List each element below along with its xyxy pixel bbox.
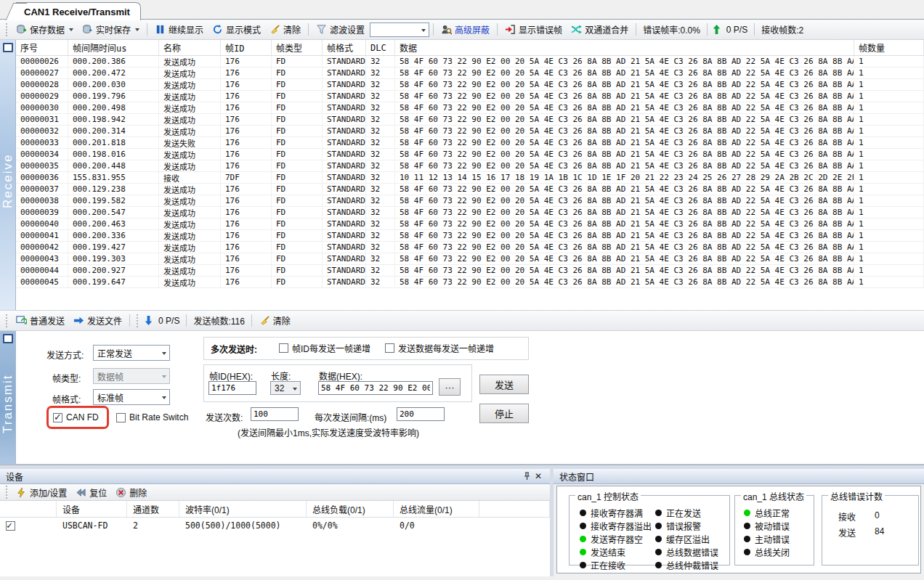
clear-button[interactable]: 清除 bbox=[266, 21, 304, 38]
id-increment-checkbox-box[interactable] bbox=[279, 343, 288, 353]
save-data-dropdown-arrow[interactable] bbox=[69, 28, 73, 31]
cell-frame-id: 176 bbox=[221, 68, 272, 78]
data-more-button[interactable]: ··· bbox=[439, 378, 461, 396]
add-settings-button[interactable]: 添加/设置 bbox=[12, 484, 70, 501]
table-row[interactable]: 00000036 155.831.955 接收 7DF FD STANDARD … bbox=[16, 172, 924, 184]
device-column-baud[interactable]: 波特率(0/1) bbox=[179, 501, 307, 517]
can-fd-checkbox-box[interactable] bbox=[53, 413, 62, 422]
transmit-side-tab[interactable]: Transmit bbox=[0, 331, 16, 464]
table-row[interactable]: 00000029 000.199.796 发送成功 176 FD STANDAR… bbox=[16, 91, 924, 102]
dual-channel-merge-button[interactable]: 双通道合并 bbox=[567, 21, 632, 38]
send-count-input[interactable] bbox=[251, 407, 299, 421]
table-row[interactable]: 00000038 000.199.582 发送成功 176 FD STANDAR… bbox=[16, 195, 924, 207]
pin-icon[interactable] bbox=[521, 471, 532, 481]
status-indicator-label: 主动错误 bbox=[755, 533, 790, 545]
column-header-frame-id[interactable]: 帧ID bbox=[221, 40, 272, 55]
receive-collapse-button[interactable] bbox=[3, 43, 13, 52]
send-file-button[interactable]: 发送文件 bbox=[70, 312, 126, 329]
table-row[interactable]: 00000039 000.200.547 发送成功 176 FD STANDAR… bbox=[16, 207, 924, 218]
advanced-mask-button[interactable]: 高级屏蔽 bbox=[437, 21, 493, 38]
cell-dlc: 32 bbox=[366, 172, 395, 183]
frame-id-input[interactable] bbox=[208, 381, 256, 395]
column-header-name[interactable]: 名称 bbox=[159, 40, 221, 55]
tab-can1-receive-transmit[interactable]: CAN1 Receive/Transmit bbox=[16, 2, 141, 20]
realtime-save-button[interactable]: 实时保存 bbox=[78, 21, 143, 38]
control-status-title: can_1 控制状态 bbox=[575, 490, 641, 502]
table-row[interactable]: 00000041 000.200.336 发送成功 176 FD STANDAR… bbox=[16, 230, 924, 242]
continue-display-button[interactable]: 继续显示 bbox=[151, 21, 207, 38]
table-row[interactable]: 00000042 000.199.427 发送成功 176 FD STANDAR… bbox=[16, 242, 924, 253]
can-fd-checkbox[interactable]: CAN FD bbox=[53, 412, 99, 422]
device-column-channels[interactable]: 通道数 bbox=[127, 501, 179, 517]
cell-index: 00000043 bbox=[16, 253, 68, 264]
data-increment-checkbox[interactable]: 发送数据每发送一帧递增 bbox=[385, 342, 494, 354]
filter-combobox[interactable] bbox=[370, 23, 429, 37]
device-column-flow[interactable]: 总线流量(0/1) bbox=[394, 501, 479, 517]
toolbar-grip[interactable] bbox=[136, 314, 139, 327]
frame-type-value: 数据帧 bbox=[97, 370, 123, 383]
table-row[interactable]: 00000027 000.200.472 发送成功 176 FD STANDAR… bbox=[16, 68, 924, 79]
can-fd-label: CAN FD bbox=[66, 412, 99, 422]
transmit-area: Transmit 发送方式: 正常发送 帧类型: 数据帧 帧格式: 标准帧 CA… bbox=[0, 331, 924, 465]
column-header-frame-count[interactable]: 帧数量 bbox=[854, 40, 924, 55]
table-row[interactable]: 00000033 000.201.818 发送失败 176 FD STANDAR… bbox=[16, 137, 924, 149]
cell-frame-id: 7DF bbox=[221, 172, 272, 183]
table-row[interactable]: 00000045 000.199.647 发送成功 176 FD STANDAR… bbox=[16, 277, 924, 288]
cell-frame-count: 1 bbox=[854, 56, 924, 67]
toolbar-grip[interactable] bbox=[5, 486, 9, 499]
device-column-load[interactable]: 总线负载(0/1) bbox=[307, 501, 394, 517]
column-header-dlc[interactable]: DLC bbox=[366, 40, 395, 55]
column-header-data[interactable]: 数据 bbox=[395, 40, 854, 55]
device-column-device[interactable]: 设备 bbox=[57, 501, 127, 517]
device-row[interactable]: USBCAN-FD 2 500(500)/1000(5000) 0%/0% 0/… bbox=[0, 518, 550, 534]
transmit-collapse-button[interactable] bbox=[3, 334, 13, 343]
send-button[interactable]: 发送 bbox=[479, 375, 529, 394]
table-row[interactable]: 00000028 000.200.030 发送成功 176 FD STANDAR… bbox=[16, 79, 924, 91]
receive-side-tab[interactable]: Receive bbox=[0, 40, 16, 310]
data-increment-checkbox-box[interactable] bbox=[385, 343, 394, 353]
status-indicator: 主动错误 bbox=[744, 532, 790, 545]
table-row[interactable]: 00000035 000.200.448 发送成功 176 FD STANDAR… bbox=[16, 160, 924, 172]
column-header-frame-type[interactable]: 帧类型 bbox=[272, 40, 323, 55]
stop-button[interactable]: 停止 bbox=[479, 404, 529, 423]
table-row[interactable]: 00000030 000.200.498 发送成功 176 FD STANDAR… bbox=[16, 102, 924, 114]
filter-settings-button[interactable]: 滤波设置 bbox=[312, 21, 368, 38]
realtime-save-dropdown-arrow[interactable] bbox=[135, 28, 139, 31]
device-panel: 设备 ✕ 添加/设置 复位 删除 bbox=[0, 469, 550, 576]
table-row[interactable]: 00000044 000.200.927 发送成功 176 FD STANDAR… bbox=[16, 265, 924, 277]
normal-send-button[interactable]: 普通发送 bbox=[12, 312, 68, 329]
separator bbox=[636, 23, 636, 36]
column-header-frame-format[interactable]: 帧格式 bbox=[323, 40, 366, 55]
table-row[interactable]: 00000037 000.129.238 发送成功 176 FD STANDAR… bbox=[16, 184, 924, 195]
toolbar-grip[interactable] bbox=[5, 23, 9, 36]
table-row[interactable]: 00000032 000.200.314 发送成功 176 FD STANDAR… bbox=[16, 126, 924, 137]
status-indicator-label: 发送寄存器空 bbox=[591, 533, 643, 545]
device-column-filler bbox=[479, 501, 550, 517]
data-hex-input[interactable] bbox=[318, 381, 433, 395]
column-header-index[interactable]: 序号 bbox=[16, 40, 68, 55]
delete-button[interactable]: 删除 bbox=[112, 484, 150, 501]
display-mode-button[interactable]: 显示模式 bbox=[208, 21, 264, 38]
column-header-interval[interactable]: 帧间隔时间us bbox=[68, 40, 159, 55]
bit-rate-switch-checkbox-box[interactable] bbox=[116, 413, 126, 422]
bit-rate-switch-checkbox[interactable]: Bit Rate Switch bbox=[116, 412, 188, 422]
table-row[interactable]: 00000043 000.199.303 发送成功 176 FD STANDAR… bbox=[16, 253, 924, 265]
interval-input[interactable] bbox=[397, 407, 445, 421]
toolbar-grip[interactable] bbox=[5, 314, 9, 327]
table-row[interactable]: 00000031 000.198.942 发送成功 176 FD STANDAR… bbox=[16, 114, 924, 126]
table-row[interactable]: 00000026 000.200.386 发送成功 176 FD STANDAR… bbox=[16, 56, 924, 68]
close-icon[interactable]: ✕ bbox=[532, 471, 544, 481]
show-error-frames-button[interactable]: 显示错误帧 bbox=[501, 21, 566, 38]
device-checkbox[interactable] bbox=[6, 521, 15, 531]
show-error-frames-label: 显示错误帧 bbox=[519, 23, 562, 36]
reset-button[interactable]: 复位 bbox=[72, 484, 110, 501]
table-row[interactable]: 00000034 000.198.016 发送成功 176 FD STANDAR… bbox=[16, 149, 924, 160]
id-increment-checkbox[interactable]: 帧ID每发送一帧递增 bbox=[279, 342, 370, 354]
save-data-button[interactable]: 保存数据 bbox=[12, 21, 77, 38]
table-row[interactable]: 00000040 000.200.463 发送成功 176 FD STANDAR… bbox=[16, 218, 924, 230]
transmit-clear-button[interactable]: 清除 bbox=[256, 312, 294, 329]
frame-format-select[interactable]: 标准帧 bbox=[93, 389, 170, 405]
length-select[interactable]: 32 bbox=[270, 381, 301, 395]
send-mode-select[interactable]: 正常发送 bbox=[93, 345, 170, 361]
error-frame-rate: 错误帧率:0.0% bbox=[640, 23, 703, 36]
